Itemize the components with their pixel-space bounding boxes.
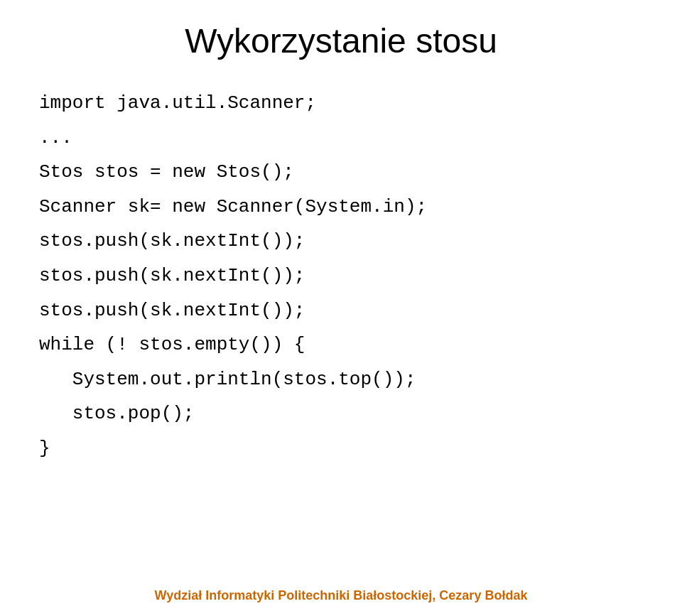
code-line: } <box>39 434 643 464</box>
code-line <box>39 188 643 193</box>
code-line <box>39 360 643 365</box>
code-line <box>39 394 643 399</box>
code-line <box>39 325 643 330</box>
footer-text: Wydział Informatyki Politechniki Białost… <box>0 588 682 603</box>
code-line: while (! stos.empty()) { <box>39 330 643 360</box>
code-line: stos.push(sk.nextInt()); <box>39 296 643 326</box>
code-line: stos.push(sk.nextInt()); <box>39 261 643 291</box>
code-line: Scanner sk= new Scanner(System.in); <box>39 193 643 222</box>
code-line <box>39 291 643 296</box>
code-line: Stos stos = new Stos(); <box>39 158 643 188</box>
code-line <box>39 256 643 261</box>
code-line: stos.push(sk.nextInt()); <box>39 227 643 256</box>
code-line: System.out.println(stos.top()); <box>39 365 643 395</box>
code-line <box>39 153 643 158</box>
code-line: stos.pop(); <box>39 399 643 429</box>
page-title: Wykorzystanie stosu <box>39 21 643 60</box>
code-block: import java.util.Scanner; ... Stos stos … <box>39 89 643 464</box>
code-line <box>39 119 643 124</box>
code-line: ... <box>39 124 643 153</box>
code-line: import java.util.Scanner; <box>39 89 643 119</box>
code-line <box>39 429 643 434</box>
code-line <box>39 222 643 227</box>
page-container: Wykorzystanie stosu import java.util.Sca… <box>0 0 682 616</box>
